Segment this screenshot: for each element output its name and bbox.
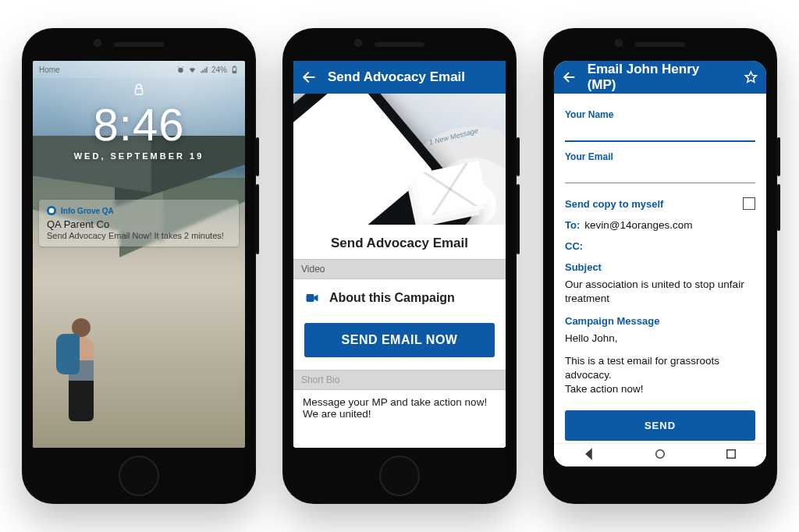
wifi-icon bbox=[188, 66, 197, 74]
status-bar: Home 24% bbox=[33, 61, 245, 78]
cc-row: CC: bbox=[565, 240, 755, 252]
notification-app-row: Info Grove QA bbox=[47, 206, 231, 215]
signal-icon bbox=[200, 66, 208, 74]
section-header-video: Video bbox=[293, 259, 506, 279]
label-subject: Subject bbox=[565, 261, 755, 273]
notification-app-name: Info Grove QA bbox=[61, 207, 114, 215]
notification-card[interactable]: Info Grove QA QA Parent Co Send Advocacy… bbox=[39, 200, 239, 246]
svg-point-7 bbox=[656, 449, 665, 458]
svg-point-0 bbox=[178, 67, 183, 72]
send-email-now-button[interactable]: SEND EMAIL NOW bbox=[304, 323, 495, 357]
phone2-screen: Send Advocacy Email 1 New Message Send A… bbox=[293, 61, 506, 448]
label-to: To: bbox=[565, 219, 580, 231]
battery-text: 24% bbox=[211, 66, 227, 74]
svg-rect-3 bbox=[233, 71, 236, 73]
bio-text: Message your MP and take action now! We … bbox=[293, 390, 506, 435]
back-icon[interactable] bbox=[301, 69, 317, 85]
hero-image: 1 New Message bbox=[293, 94, 506, 225]
video-icon bbox=[304, 290, 320, 306]
label-cc: CC: bbox=[565, 240, 583, 252]
email-form: Your Name Your Email Send copy to myself… bbox=[554, 94, 766, 441]
label-your-name: Your Name bbox=[565, 109, 755, 120]
video-row[interactable]: About this Campaign bbox=[293, 279, 506, 317]
phone1-screen: Home 24% bbox=[33, 61, 245, 448]
status-icons: 24% bbox=[176, 66, 239, 74]
app-bar: Email John Henry (MP) bbox=[554, 61, 766, 94]
svg-rect-6 bbox=[307, 294, 314, 302]
label-your-email: Your Email bbox=[565, 151, 755, 162]
label-campaign-message: Campaign Message bbox=[565, 315, 755, 327]
notification-app-icon bbox=[47, 206, 56, 215]
lockscreen-date: WED, SEPTEMBER 19 bbox=[33, 151, 245, 161]
power-button[interactable] bbox=[256, 137, 259, 176]
appbar-title: Send Advocacy Email bbox=[328, 69, 465, 85]
notification-body: Send Advocacy Email Now! It takes 2 minu… bbox=[47, 231, 231, 240]
hero-caption: 1 New Message bbox=[428, 126, 479, 146]
phone3-screen: Email John Henry (MP) Your Name Your Ema… bbox=[554, 61, 766, 466]
your-name-input[interactable] bbox=[565, 120, 755, 142]
three-phone-mockup: Home 24% bbox=[0, 0, 799, 532]
home-button[interactable] bbox=[119, 456, 159, 496]
device-phone-2: Send Advocacy Email 1 New Message Send A… bbox=[282, 28, 517, 504]
message-line-1[interactable]: Hello John, bbox=[565, 332, 755, 346]
volume-button[interactable] bbox=[777, 184, 780, 231]
svg-rect-4 bbox=[136, 89, 143, 95]
home-button[interactable] bbox=[379, 456, 420, 496]
alarm-icon bbox=[176, 66, 185, 74]
svg-rect-8 bbox=[726, 449, 735, 458]
back-icon[interactable] bbox=[562, 69, 577, 85]
wallpaper-hiker bbox=[55, 265, 115, 421]
device-phone-1: Home 24% bbox=[22, 28, 256, 504]
page-title: Send Advocacy Email bbox=[293, 225, 506, 259]
section-header-bio: Short Bio bbox=[293, 370, 506, 390]
notification-title: QA Parent Co bbox=[47, 218, 231, 230]
svg-point-5 bbox=[49, 208, 55, 214]
device-phone-3: Email John Henry (MP) Your Name Your Ema… bbox=[543, 28, 777, 504]
send-button[interactable]: SEND bbox=[565, 410, 755, 441]
battery-icon bbox=[230, 66, 239, 74]
status-left-label: Home bbox=[39, 66, 60, 74]
send-copy-checkbox[interactable] bbox=[743, 197, 755, 210]
power-button[interactable] bbox=[777, 137, 780, 176]
message-line-2[interactable]: This is a test email for grassroots advo… bbox=[565, 354, 755, 382]
subject-value[interactable]: Our association is united to stop unfair… bbox=[565, 278, 755, 306]
app-bar: Send Advocacy Email bbox=[293, 61, 506, 94]
volume-button[interactable] bbox=[517, 184, 520, 254]
volume-button[interactable] bbox=[256, 184, 259, 254]
lockscreen-time: 8:46 bbox=[33, 98, 245, 151]
power-button[interactable] bbox=[517, 137, 520, 176]
svg-rect-2 bbox=[234, 66, 236, 66]
your-email-input[interactable] bbox=[565, 162, 755, 183]
android-nav-bar bbox=[554, 443, 766, 466]
lock-icon bbox=[132, 83, 146, 97]
to-row: To: kevin@14oranges.com bbox=[565, 219, 755, 231]
label-send-copy: Send copy to myself bbox=[565, 198, 663, 210]
to-value: kevin@14oranges.com bbox=[584, 219, 692, 231]
appbar-title: Email John Henry (MP) bbox=[588, 62, 723, 93]
nav-back-icon[interactable] bbox=[582, 447, 596, 464]
nav-home-icon[interactable] bbox=[653, 447, 667, 464]
nav-recents-icon[interactable] bbox=[724, 447, 738, 464]
message-line-3[interactable]: Take action now! bbox=[565, 382, 755, 396]
star-icon[interactable] bbox=[744, 69, 758, 85]
video-row-label: About this Campaign bbox=[329, 291, 455, 305]
